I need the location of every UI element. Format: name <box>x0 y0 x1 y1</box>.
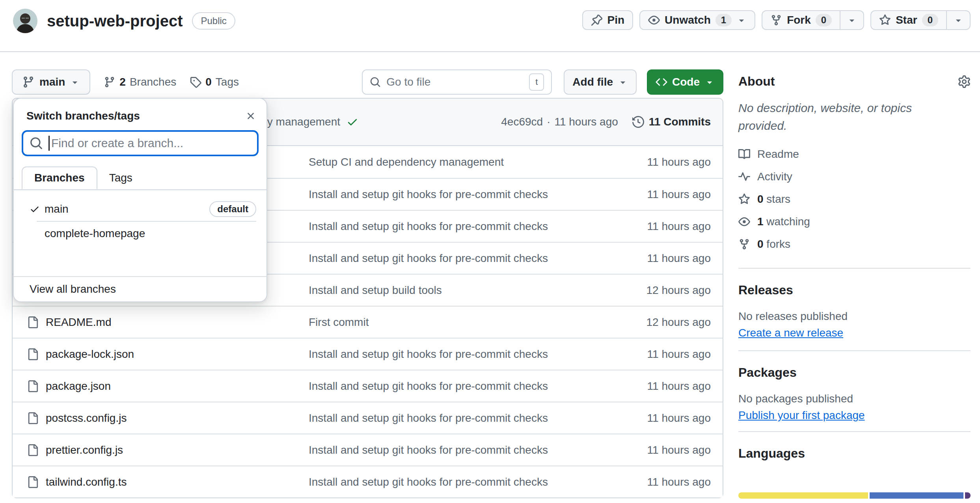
table-row[interactable]: package-lock.json Install and setup git … <box>13 338 723 370</box>
pin-button[interactable]: Pin <box>582 10 633 30</box>
branch-item-complete-homepage[interactable]: complete-homepage <box>14 222 266 245</box>
commit-sha[interactable]: 4ec69cd <box>501 116 543 128</box>
row-commit-message[interactable]: Install and setup git hooks for pre-comm… <box>309 380 616 393</box>
language-segment[interactable] <box>738 492 868 499</box>
fork-button[interactable]: Fork 0 <box>762 10 840 30</box>
go-to-file-input[interactable]: Go to file t <box>362 69 552 95</box>
commits-count-link[interactable]: 11 Commits <box>649 116 711 128</box>
sidebar-divider <box>738 268 971 269</box>
branch-switcher-dialog: Switch branches/tags Find or create a br… <box>13 98 267 302</box>
branch-search-input[interactable]: Find or create a branch... <box>22 130 259 156</box>
forks-label: forks <box>766 238 790 250</box>
table-row[interactable]: prettier.config.js Install and setup git… <box>13 434 723 466</box>
releases-title: Releases <box>738 283 971 297</box>
table-row[interactable]: package.json Install and setup git hooks… <box>13 370 723 402</box>
row-commit-message[interactable]: Install and setup build tools <box>309 284 616 297</box>
row-commit-message[interactable]: Install and setup git hooks for pre-comm… <box>309 348 616 361</box>
branch-name: main <box>45 203 69 215</box>
language-segment[interactable] <box>870 492 963 499</box>
branch-selector-button[interactable]: main <box>12 69 90 95</box>
repo-title[interactable]: setup-web-project <box>47 12 183 30</box>
create-release-link[interactable]: Create a new release <box>738 327 843 339</box>
dialog-footer: View all branches <box>14 276 266 301</box>
row-commit-time: 11 hours ago <box>616 156 711 168</box>
fork-dropdown-button[interactable] <box>840 10 864 30</box>
branch-item-main[interactable]: main default <box>14 197 266 221</box>
file-name-link[interactable]: package-lock.json <box>46 348 134 361</box>
row-commit-message[interactable]: Install and setup git hooks for pre-comm… <box>309 220 616 233</box>
owner-avatar[interactable] <box>13 9 37 33</box>
dialog-tabs: Branches Tags <box>14 166 266 190</box>
row-commit-time: 11 hours ago <box>616 412 711 424</box>
row-commit-message[interactable]: Setup CI and dependency management <box>309 156 616 168</box>
code-toolbar: main 2 Branches 0 Tags Go to file t Add … <box>12 69 723 95</box>
star-dropdown-button[interactable] <box>946 10 971 30</box>
tab-branches[interactable]: Branches <box>22 166 97 189</box>
star-button[interactable]: Star 0 <box>870 10 946 30</box>
gear-icon[interactable] <box>958 75 971 88</box>
repo-header: setup-web-project Public Pin Unwatch 1 F… <box>0 0 980 52</box>
star-label: Star <box>896 14 917 26</box>
file-icon <box>27 348 39 360</box>
fork-count: 0 <box>816 14 832 26</box>
languages-bar <box>738 492 971 499</box>
language-segment[interactable] <box>965 492 971 499</box>
history-icon <box>632 116 644 128</box>
view-all-branches-link[interactable]: View all branches <box>14 277 266 301</box>
row-commit-time: 11 hours ago <box>616 444 711 456</box>
code-label: Code <box>672 76 700 88</box>
about-title: About <box>738 74 775 89</box>
row-commit-message[interactable]: Install and setup git hooks for pre-comm… <box>309 476 616 488</box>
eye-icon <box>738 216 750 228</box>
tags-link[interactable]: 0 Tags <box>190 76 239 88</box>
table-row[interactable]: tailwind.config.ts Install and setup git… <box>13 466 723 497</box>
activity-link[interactable]: Activity <box>738 168 971 185</box>
publish-package-link[interactable]: Publish your first package <box>738 409 865 422</box>
close-icon[interactable] <box>245 110 256 122</box>
readme-link[interactable]: Readme <box>738 146 971 163</box>
file-name-link[interactable]: README.md <box>46 316 111 329</box>
readme-label: Readme <box>757 148 799 161</box>
fork-label: Fork <box>787 14 811 26</box>
sidebar-divider <box>738 350 971 351</box>
row-commit-message[interactable]: Install and setup git hooks for pre-comm… <box>309 252 616 265</box>
row-commit-message[interactable]: First commit <box>309 316 616 329</box>
stars-link[interactable]: 0 stars <box>738 191 971 208</box>
file-name-link[interactable]: postcss.config.js <box>46 412 127 424</box>
row-commit-message[interactable]: Install and setup git hooks for pre-comm… <box>309 188 616 201</box>
file-name-link[interactable]: tailwind.config.ts <box>46 476 127 488</box>
git-fork-icon <box>770 14 782 26</box>
git-branch-icon <box>22 76 35 88</box>
branch-name: complete-homepage <box>45 227 145 240</box>
branches-link[interactable]: 2 Branches <box>104 76 176 88</box>
file-name-link[interactable]: package.json <box>46 380 111 393</box>
chevron-down-icon <box>618 77 628 87</box>
forks-count: 0 <box>757 238 764 250</box>
watch-button[interactable]: Unwatch 1 <box>639 10 755 30</box>
table-row[interactable]: postcss.config.js Install and setup git … <box>13 402 723 434</box>
chevron-down-icon <box>70 77 80 87</box>
watching-link[interactable]: 1 watching <box>738 213 971 230</box>
file-icon <box>27 380 39 392</box>
forks-link[interactable]: 0 forks <box>738 236 971 253</box>
row-commit-message[interactable]: Install and setup git hooks for pre-comm… <box>309 412 616 424</box>
check-icon[interactable] <box>347 116 358 128</box>
row-commit-time: 11 hours ago <box>616 476 711 488</box>
code-button[interactable]: Code <box>647 69 723 95</box>
sidebar: About No description, website, or topics… <box>738 52 971 499</box>
tab-tags[interactable]: Tags <box>97 166 144 189</box>
row-commit-time: 12 hours ago <box>616 316 711 329</box>
row-commit-message[interactable]: Install and setup git hooks for pre-comm… <box>309 444 616 456</box>
eye-icon <box>648 14 660 26</box>
file-name-link[interactable]: prettier.config.js <box>46 444 123 456</box>
visibility-badge: Public <box>192 12 235 30</box>
search-icon <box>30 137 43 150</box>
add-file-button[interactable]: Add file <box>564 69 637 95</box>
about-description: No description, website, or topics provi… <box>738 99 935 135</box>
repo-ident: setup-web-project Public <box>13 9 235 33</box>
avatar-image <box>13 9 37 33</box>
chevron-down-icon <box>736 15 747 25</box>
table-row[interactable]: README.md First commit 12 hours ago <box>13 306 723 338</box>
git-fork-icon <box>738 238 750 250</box>
branch-list: main default complete-homepage <box>14 190 266 245</box>
